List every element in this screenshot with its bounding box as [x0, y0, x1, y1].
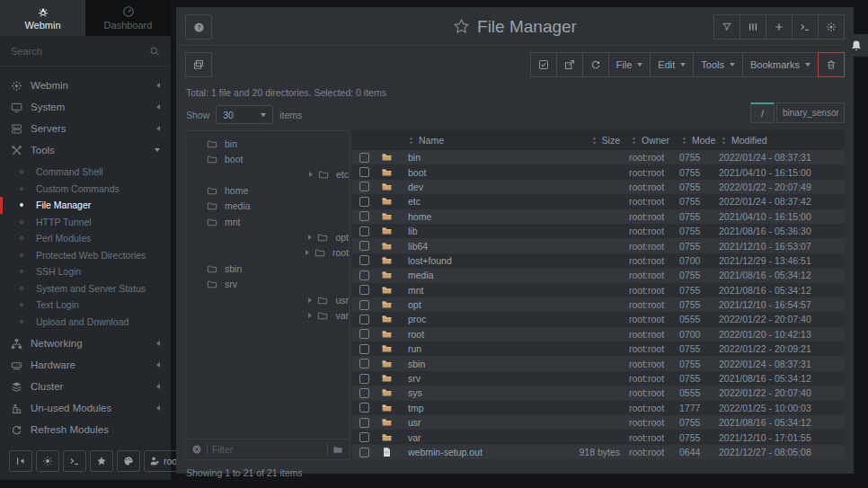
table-row[interactable]: lib root:root 0755 2021/08/16 - 05:36:30 [352, 224, 845, 238]
clone-window-button[interactable] [185, 52, 212, 77]
tree-filter-input[interactable] [212, 444, 323, 455]
row-checkbox[interactable] [359, 255, 369, 265]
column-header-mode[interactable]: Mode [679, 135, 719, 146]
menu-bookmarks-button[interactable]: Bookmarks [742, 52, 819, 77]
row-name[interactable]: sys [406, 387, 546, 398]
table-row[interactable]: sbin root:root 0755 2022/01/24 - 08:37:3… [352, 356, 845, 370]
footer-star-fill-button[interactable] [90, 450, 113, 472]
sidebar-item-tools[interactable]: Tools [0, 139, 171, 161]
column-header-modified[interactable]: Modified [719, 135, 845, 146]
row-checkbox[interactable] [359, 388, 369, 398]
footer-palette-button[interactable] [117, 450, 140, 472]
tree-item-boot[interactable]: boot [186, 151, 349, 166]
table-row[interactable]: mnt root:root 0755 2021/08/16 - 05:34:12 [352, 283, 845, 297]
row-checkbox[interactable] [359, 285, 369, 295]
table-row[interactable]: media root:root 0755 2021/08/16 - 05:34:… [352, 268, 845, 282]
header-plus-button[interactable] [766, 14, 793, 40]
row-checkbox[interactable] [359, 167, 369, 177]
row-name[interactable]: dev [406, 182, 546, 192]
row-name[interactable]: var [406, 432, 546, 443]
row-name[interactable]: tmp [406, 403, 546, 413]
row-name[interactable]: lib64 [406, 241, 546, 252]
table-row[interactable]: etc root:root 0755 2022/01/24 - 08:37:42 [352, 194, 845, 209]
table-row[interactable]: srv root:root 0755 2021/08/16 - 05:34:12 [352, 371, 845, 386]
sidebar-subitem-upload-and-download[interactable]: Upload and Download [0, 314, 171, 331]
row-name[interactable]: media [406, 270, 546, 280]
footer-terminal-button[interactable] [63, 450, 86, 472]
toolbar-trash-button[interactable] [818, 52, 845, 77]
row-name[interactable]: usr [406, 417, 546, 428]
sidebar-subitem-perl-modules[interactable]: Perl Modules [0, 230, 171, 247]
file-search-input[interactable] [776, 102, 845, 123]
footer-collapse-button[interactable] [9, 450, 32, 472]
row-checkbox[interactable] [359, 418, 369, 428]
row-name[interactable]: webmin-setup.out [406, 447, 546, 457]
row-name[interactable]: opt [406, 299, 546, 310]
row-name[interactable]: proc [406, 314, 546, 324]
tab-dashboard[interactable]: Dashboard [85, 0, 171, 36]
header-columns-button[interactable] [740, 14, 766, 40]
sidebar-item-servers[interactable]: Servers [0, 118, 171, 139]
row-checkbox[interactable] [359, 182, 369, 191]
search-icon[interactable] [149, 46, 160, 57]
sidebar-item-system[interactable]: System [0, 96, 171, 118]
star-icon[interactable] [453, 18, 470, 35]
row-name[interactable]: home [406, 211, 546, 222]
footer-sun-button[interactable] [36, 450, 59, 472]
sidebar-item-un-used-modules[interactable]: Un-used Modules [0, 397, 171, 419]
menu-file-button[interactable]: File [608, 52, 651, 77]
row-name[interactable]: boot [406, 167, 546, 178]
row-checkbox[interactable] [359, 403, 369, 413]
table-row[interactable]: usr root:root 0755 2021/08/16 - 05:34:12 [352, 415, 845, 430]
tree-item-root[interactable]: root [186, 245, 349, 261]
row-name[interactable]: mnt [406, 285, 546, 296]
toolbar-refresh-button[interactable] [582, 52, 609, 77]
tab-webmin[interactable]: Webmin [0, 0, 85, 36]
table-row[interactable]: bin root:root 0755 2022/01/24 - 08:37:31 [352, 150, 845, 164]
sidebar-item-refresh-modules[interactable]: Refresh Modules [0, 419, 171, 440]
table-row[interactable]: sys root:root 0555 2022/01/22 - 20:07:40 [352, 386, 845, 400]
table-row[interactable]: var root:root 0755 2021/12/10 - 17:01:55 [352, 430, 845, 444]
tree-item-usr[interactable]: usr [186, 292, 349, 307]
table-row[interactable]: tmp root:root 1777 2022/01/25 - 10:00:03 [352, 401, 845, 415]
row-checkbox[interactable] [359, 432, 369, 442]
table-row[interactable]: dev root:root 0755 2022/01/22 - 20:07:49 [352, 180, 845, 194]
table-row[interactable]: opt root:root 0755 2021/12/10 - 16:54:57 [352, 297, 845, 312]
table-row[interactable]: lib64 root:root 0755 2021/12/10 - 16:53:… [352, 238, 845, 253]
row-checkbox[interactable] [359, 448, 369, 457]
tree-item-etc[interactable]: etc [186, 167, 349, 182]
row-name[interactable]: lib [406, 226, 546, 236]
row-checkbox[interactable] [359, 329, 369, 339]
sidebar-search-input[interactable] [11, 46, 149, 57]
folder-toggle-icon[interactable] [332, 444, 343, 455]
row-checkbox[interactable] [359, 344, 369, 354]
row-name[interactable]: lost+found [406, 255, 546, 266]
tree-item-bin[interactable]: bin [186, 136, 349, 151]
row-checkbox[interactable] [359, 315, 369, 324]
row-checkbox[interactable] [359, 153, 369, 163]
sidebar-item-networking[interactable]: Networking [0, 333, 171, 354]
tree-item-home[interactable]: home [186, 182, 349, 198]
row-checkbox[interactable] [359, 359, 369, 368]
notifications-button[interactable] [845, 34, 868, 57]
tree-item-mnt[interactable]: mnt [186, 214, 349, 229]
tree-item-opt[interactable]: opt [186, 229, 349, 244]
header-gear-button[interactable] [818, 14, 845, 40]
column-header-name[interactable]: Name [406, 135, 546, 146]
clear-filter-icon[interactable] [191, 444, 202, 455]
sidebar-subitem-custom-commands[interactable]: Custom Commands [0, 181, 171, 198]
table-row[interactable]: webmin-setup.out 918 bytes root:root 064… [352, 445, 845, 459]
sidebar-subitem-command-shell[interactable]: Command Shell [0, 164, 171, 181]
row-checkbox[interactable] [359, 241, 369, 251]
table-row[interactable]: run root:root 0755 2022/01/22 - 20:09:21 [352, 342, 845, 356]
sidebar-subitem-http-tunnel[interactable]: HTTP Tunnel [0, 214, 171, 231]
table-row[interactable]: root root:root 0700 2022/01/20 - 10:42:1… [352, 327, 845, 342]
sidebar-item-cluster[interactable]: Cluster [0, 376, 171, 397]
sidebar-subitem-system-and-server-status[interactable]: System and Server Status [0, 280, 171, 297]
row-checkbox[interactable] [359, 211, 369, 221]
column-header-size[interactable]: Size [546, 135, 629, 146]
header-terminal-button[interactable] [792, 14, 819, 40]
table-row[interactable]: lost+found root:root 0700 2021/12/29 - 1… [352, 253, 845, 268]
sidebar-subitem-file-manager[interactable]: File Manager [0, 197, 171, 214]
table-row[interactable]: boot root:root 0755 2021/04/10 - 16:15:0… [352, 164, 845, 179]
